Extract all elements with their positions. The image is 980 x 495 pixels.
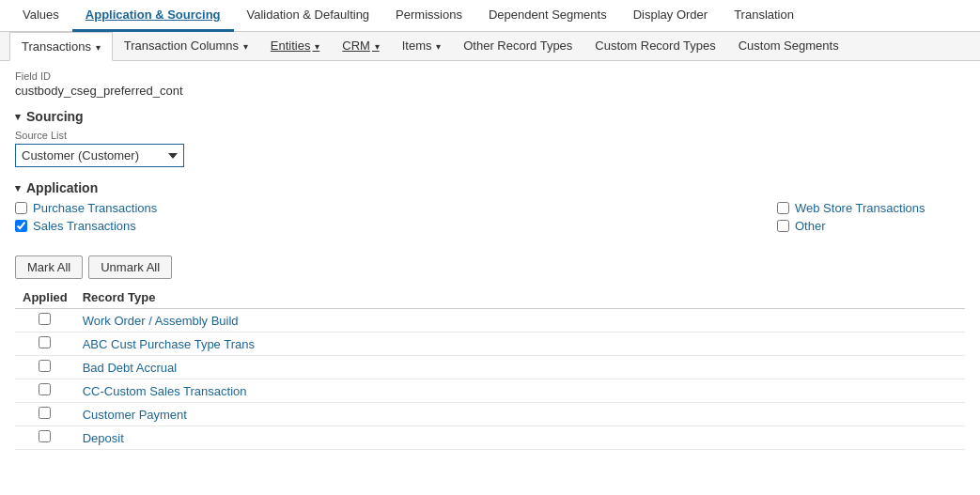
- other-row: Other: [777, 219, 826, 233]
- purchase-transactions-checkbox[interactable]: [15, 202, 27, 214]
- table-row: CC-Custom Sales Transaction: [15, 379, 965, 403]
- record-type-link[interactable]: Customer Payment: [83, 408, 187, 422]
- table-row: Deposit: [15, 426, 965, 450]
- sales-transactions-row: Sales Transactions: [15, 219, 758, 233]
- dropdown-arrow-entities: ▾: [313, 41, 320, 52]
- other-label[interactable]: Other: [795, 219, 826, 233]
- purchase-transactions-row: Purchase Transactions: [15, 201, 758, 215]
- source-list-select[interactable]: Customer (Customer) Employee (Employee) …: [15, 144, 184, 167]
- record-type-table: Applied Record Type Work Order / Assembl…: [15, 286, 965, 450]
- field-id-label: Field ID: [15, 70, 965, 82]
- subnav-custom-record-types[interactable]: Custom Record Types: [583, 32, 726, 60]
- table-row: Work Order / Assembly Build: [15, 309, 965, 333]
- application-section-label: Application: [26, 180, 98, 195]
- table-row-checkbox-cell: [15, 426, 75, 450]
- record-type-link[interactable]: Deposit: [83, 431, 124, 445]
- unmark-all-button[interactable]: Unmark All: [88, 255, 172, 279]
- sourcing-section-label: Sourcing: [26, 109, 84, 124]
- table-row: Bad Debt Accrual: [15, 356, 965, 379]
- table-row-record-type-cell: Work Order / Assembly Build: [75, 309, 965, 333]
- subnav-custom-segments[interactable]: Custom Segments: [727, 32, 850, 60]
- row-applied-checkbox[interactable]: [39, 336, 51, 348]
- subnav-items[interactable]: Items ▾: [391, 32, 453, 60]
- dropdown-arrow-crm: ▾: [372, 41, 380, 52]
- tab-permissions[interactable]: Permissions: [382, 0, 475, 32]
- dropdown-arrow-transaction-columns: ▾: [241, 41, 248, 52]
- record-type-link[interactable]: CC-Custom Sales Transaction: [83, 384, 247, 398]
- mark-all-button[interactable]: Mark All: [15, 255, 83, 279]
- table-row-checkbox-cell: [15, 356, 75, 379]
- table-row-record-type-cell: Deposit: [75, 426, 965, 450]
- row-applied-checkbox[interactable]: [39, 313, 51, 325]
- tab-translation[interactable]: Translation: [721, 0, 807, 32]
- subnav-transaction-columns[interactable]: Transaction Columns ▾: [113, 32, 259, 60]
- table-row-record-type-cell: ABC Cust Purchase Type Trans: [75, 333, 965, 356]
- table-row-record-type-cell: Customer Payment: [75, 403, 965, 426]
- web-store-transactions-checkbox[interactable]: [777, 202, 789, 214]
- sub-navigation: Transactions ▾ Transaction Columns ▾ Ent…: [0, 32, 980, 61]
- mark-buttons-row: Mark All Unmark All: [15, 246, 965, 279]
- top-navigation: Values Application & Sourcing Validation…: [0, 0, 980, 32]
- sales-transactions-checkbox[interactable]: [15, 220, 27, 232]
- dropdown-arrow-items: ▾: [433, 41, 441, 52]
- record-type-link[interactable]: Work Order / Assembly Build: [83, 314, 239, 328]
- record-type-link[interactable]: Bad Debt Accrual: [83, 361, 177, 375]
- source-list-label: Source List: [15, 130, 965, 141]
- tab-values[interactable]: Values: [9, 0, 72, 32]
- table-row-checkbox-cell: [15, 333, 75, 356]
- checkboxes-left-col: Purchase Transactions Sales Transactions: [15, 201, 758, 237]
- table-row-record-type-cell: Bad Debt Accrual: [75, 356, 965, 379]
- application-checkboxes: Purchase Transactions Sales Transactions…: [15, 201, 965, 237]
- web-store-transactions-label[interactable]: Web Store Transactions: [795, 201, 926, 215]
- tab-application-sourcing[interactable]: Application & Sourcing: [72, 0, 234, 32]
- table-header-record-type: Record Type: [75, 286, 965, 309]
- checkboxes-right-col: Web Store Transactions Other: [758, 201, 965, 237]
- web-store-transactions-row: Web Store Transactions: [777, 201, 926, 215]
- other-checkbox[interactable]: [777, 220, 789, 232]
- purchase-transactions-label[interactable]: Purchase Transactions: [33, 201, 157, 215]
- subnav-other-record-types[interactable]: Other Record Types: [452, 32, 583, 60]
- table-row-checkbox-cell: [15, 403, 75, 426]
- field-id-value: custbody_cseg_preferred_cont: [15, 84, 965, 98]
- sourcing-chevron-icon: ▾: [15, 111, 21, 123]
- tab-validation-defaulting[interactable]: Validation & Defaulting: [234, 0, 383, 32]
- tab-display-order[interactable]: Display Order: [620, 0, 721, 32]
- subnav-transactions[interactable]: Transactions ▾: [9, 32, 113, 61]
- table-row: Customer Payment: [15, 403, 965, 426]
- row-applied-checkbox[interactable]: [39, 360, 51, 372]
- table-row: ABC Cust Purchase Type Trans: [15, 333, 965, 356]
- dropdown-arrow-transactions: ▾: [93, 42, 101, 53]
- tab-dependent-segments[interactable]: Dependent Segments: [475, 0, 620, 32]
- row-applied-checkbox[interactable]: [39, 407, 51, 419]
- source-list-wrapper: Source List Customer (Customer) Employee…: [15, 130, 965, 167]
- sourcing-section-header[interactable]: ▾ Sourcing: [15, 109, 965, 124]
- row-applied-checkbox[interactable]: [39, 430, 51, 442]
- table-row-checkbox-cell: [15, 309, 75, 333]
- row-applied-checkbox[interactable]: [39, 383, 51, 395]
- application-chevron-icon: ▾: [15, 182, 21, 194]
- record-type-link[interactable]: ABC Cust Purchase Type Trans: [83, 337, 255, 351]
- sales-transactions-label[interactable]: Sales Transactions: [33, 219, 136, 233]
- table-row-checkbox-cell: [15, 379, 75, 403]
- main-content: Field ID custbody_cseg_preferred_cont ▾ …: [0, 61, 980, 459]
- table-row-record-type-cell: CC-Custom Sales Transaction: [75, 379, 965, 403]
- table-header-applied: Applied: [15, 286, 75, 309]
- subnav-crm[interactable]: CRM ▾: [331, 32, 390, 60]
- subnav-entities[interactable]: Entities ▾: [259, 32, 331, 60]
- application-section: ▾ Application Purchase Transactions Sale…: [15, 180, 965, 237]
- application-section-header[interactable]: ▾ Application: [15, 180, 965, 195]
